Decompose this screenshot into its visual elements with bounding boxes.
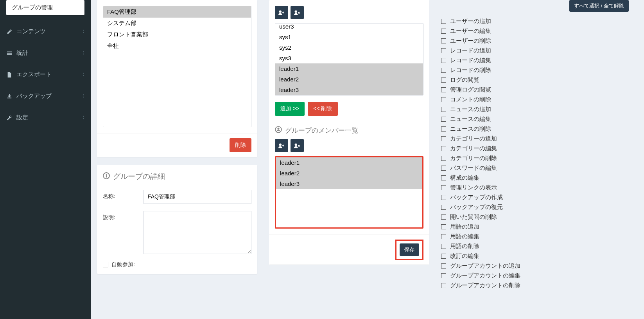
permission-checkbox[interactable] bbox=[441, 58, 446, 63]
permission-item-19[interactable]: バックアップの復元 bbox=[441, 202, 629, 212]
permission-item-26[interactable]: グループアカウントの編集 bbox=[441, 271, 629, 281]
option-フロント営業部[interactable]: フロント営業部 bbox=[103, 29, 251, 40]
permission-item-9[interactable]: ニュースの追加 bbox=[441, 105, 629, 114]
option-leader2[interactable]: leader2 bbox=[275, 74, 423, 85]
permission-item-20[interactable]: 開いた質問の削除 bbox=[441, 212, 629, 222]
permission-item-21[interactable]: 用語の追加 bbox=[441, 222, 629, 232]
permission-checkbox[interactable] bbox=[441, 107, 446, 112]
option-sys1[interactable]: sys1 bbox=[275, 32, 423, 42]
permission-item-23[interactable]: 用語の削除 bbox=[441, 242, 629, 251]
sidebar-item-0[interactable]: コンテンツ〈 bbox=[0, 21, 91, 42]
permission-checkbox[interactable] bbox=[441, 185, 446, 190]
permission-item-0[interactable]: ユーザーの追加 bbox=[441, 16, 629, 26]
permission-item-25[interactable]: グループアカウントの追加 bbox=[441, 261, 629, 271]
permission-item-12[interactable]: カテゴリーの追加 bbox=[441, 134, 629, 144]
remove-user-button[interactable]: << 削除 bbox=[308, 102, 337, 116]
permission-item-8[interactable]: コメントの削除 bbox=[441, 95, 629, 105]
permission-checkbox[interactable] bbox=[441, 48, 446, 53]
permission-checkbox[interactable] bbox=[441, 136, 446, 141]
permission-checkbox[interactable] bbox=[441, 166, 446, 171]
sidebar-item-3[interactable]: バックアップ〈 bbox=[0, 85, 91, 107]
permission-item-5[interactable]: レコードの削除 bbox=[441, 65, 629, 75]
permission-checkbox[interactable] bbox=[441, 156, 446, 161]
name-input[interactable] bbox=[144, 190, 251, 204]
option-leader1[interactable]: leader1 bbox=[276, 157, 422, 168]
group-list-box: FAQ管理部システム部フロント営業部全社 削除 bbox=[97, 0, 257, 157]
permission-checkbox[interactable] bbox=[441, 244, 446, 249]
group-list-select[interactable]: FAQ管理部システム部フロント営業部全社 bbox=[103, 6, 251, 127]
permission-item-24[interactable]: 改訂の編集 bbox=[441, 251, 629, 261]
permission-item-6[interactable]: ログの閲覧 bbox=[441, 75, 629, 85]
user-picker-select[interactable]: user3sys1sys2sys3leader1leader2leader3 bbox=[275, 23, 423, 96]
sidebar-item-label: 統計 bbox=[16, 49, 28, 57]
permission-checkbox[interactable] bbox=[441, 205, 446, 210]
permission-checkbox[interactable] bbox=[441, 97, 446, 102]
permission-label: 改訂の編集 bbox=[450, 252, 479, 260]
select-all-users-button[interactable] bbox=[275, 6, 288, 19]
permission-item-7[interactable]: 管理ログの閲覧 bbox=[441, 85, 629, 95]
permission-checkbox[interactable] bbox=[441, 38, 446, 43]
option-leader1[interactable]: leader1 bbox=[275, 63, 423, 74]
sidebar-item-1[interactable]: 統計〈 bbox=[0, 42, 91, 64]
option-システム部[interactable]: システム部 bbox=[103, 18, 251, 29]
permission-item-3[interactable]: レコードの追加 bbox=[441, 46, 629, 56]
permission-checkbox[interactable] bbox=[441, 254, 446, 259]
option-sys2[interactable]: sys2 bbox=[275, 42, 423, 53]
permission-item-18[interactable]: バックアップの作成 bbox=[441, 193, 629, 202]
sidebar-item-4[interactable]: 設定〈 bbox=[0, 107, 91, 128]
permission-checkbox[interactable] bbox=[441, 263, 446, 269]
option-FAQ管理部[interactable]: FAQ管理部 bbox=[103, 6, 251, 18]
permission-item-11[interactable]: ニュースの削除 bbox=[441, 124, 629, 134]
add-user-button[interactable]: 追加 >> bbox=[275, 102, 305, 116]
permission-item-17[interactable]: 管理リンクの表示 bbox=[441, 183, 629, 193]
permission-label: パスワードの編集 bbox=[450, 164, 497, 172]
select-all-members-button[interactable] bbox=[275, 139, 288, 152]
desc-textarea[interactable] bbox=[144, 211, 251, 254]
option-user3[interactable]: user3 bbox=[275, 23, 423, 32]
permission-checkbox[interactable] bbox=[441, 87, 446, 92]
permission-checkbox[interactable] bbox=[441, 29, 446, 34]
save-button[interactable]: 保存 bbox=[400, 243, 419, 256]
option-leader3[interactable]: leader3 bbox=[275, 85, 423, 95]
option-sys3[interactable]: sys3 bbox=[275, 53, 423, 63]
permission-label: ニュースの編集 bbox=[450, 115, 491, 123]
permission-checkbox[interactable] bbox=[441, 126, 446, 132]
permission-item-27[interactable]: グループアカウントの削除 bbox=[441, 281, 629, 290]
permission-checkbox[interactable] bbox=[441, 234, 446, 239]
sidebar-active-item[interactable]: グループの管理 bbox=[6, 0, 84, 15]
permission-item-1[interactable]: ユーザーの編集 bbox=[441, 26, 629, 36]
permission-item-10[interactable]: ニュースの編集 bbox=[441, 114, 629, 124]
permission-checkbox[interactable] bbox=[441, 19, 446, 24]
permission-checkbox[interactable] bbox=[441, 175, 446, 180]
permission-checkbox[interactable] bbox=[441, 195, 446, 200]
member-list-select[interactable]: leader1leader2leader3 bbox=[275, 156, 423, 229]
permission-checkbox[interactable] bbox=[441, 283, 446, 288]
option-全社[interactable]: 全社 bbox=[103, 40, 251, 52]
permission-item-15[interactable]: パスワードの編集 bbox=[441, 163, 629, 173]
bars-icon bbox=[6, 50, 13, 56]
option-leader2[interactable]: leader2 bbox=[276, 168, 422, 178]
permission-checkbox[interactable] bbox=[441, 224, 446, 229]
permission-checkbox[interactable] bbox=[441, 68, 446, 73]
permission-checkbox[interactable] bbox=[441, 146, 446, 151]
option-leader3[interactable]: leader3 bbox=[276, 178, 422, 189]
info-icon bbox=[103, 172, 110, 181]
sidebar-item-2[interactable]: エクスポート〈 bbox=[0, 64, 91, 85]
permission-checkbox[interactable] bbox=[441, 77, 446, 83]
auto-join-checkbox[interactable] bbox=[103, 262, 108, 267]
permission-item-22[interactable]: 用語の編集 bbox=[441, 232, 629, 242]
permission-checkbox[interactable] bbox=[441, 214, 446, 220]
permission-item-2[interactable]: ユーザーの削除 bbox=[441, 36, 629, 46]
permission-item-14[interactable]: カテゴリーの削除 bbox=[441, 153, 629, 163]
permission-item-16[interactable]: 構成の編集 bbox=[441, 173, 629, 183]
deselect-all-users-button[interactable] bbox=[291, 6, 304, 19]
permission-checkbox[interactable] bbox=[441, 273, 446, 278]
permission-label: バックアップの作成 bbox=[450, 194, 503, 201]
chevron-left-icon: 〈 bbox=[80, 72, 84, 77]
permission-checkbox[interactable] bbox=[441, 117, 446, 122]
permission-item-13[interactable]: カテゴリーの編集 bbox=[441, 144, 629, 153]
deselect-all-members-button[interactable] bbox=[291, 139, 304, 152]
delete-group-button[interactable]: 削除 bbox=[230, 138, 251, 152]
toggle-all-permissions-button[interactable]: すべて選択 / 全て解除 bbox=[569, 0, 629, 12]
permission-item-4[interactable]: レコードの編集 bbox=[441, 56, 629, 65]
